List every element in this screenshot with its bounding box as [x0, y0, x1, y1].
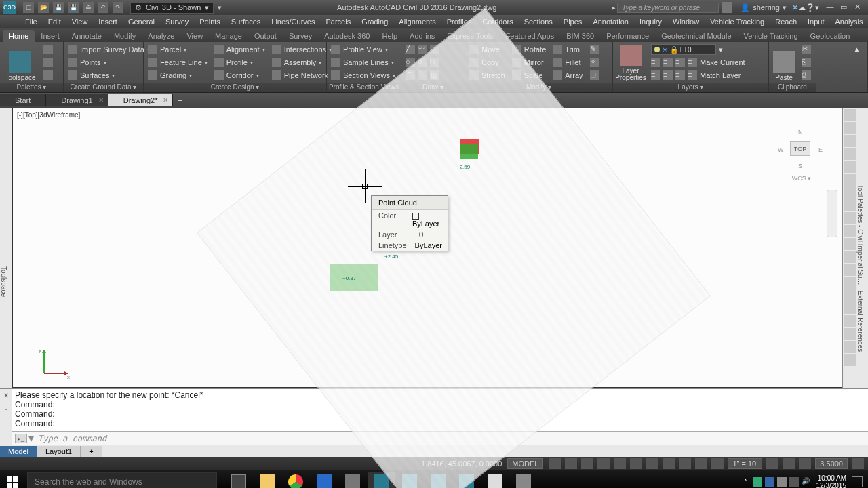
app-logo[interactable]: C3D [3, 1, 16, 14]
surfaces-button[interactable]: Surfaces [65, 69, 153, 81]
ribbon-tab-autodesk360[interactable]: Autodesk 360 [318, 30, 376, 42]
layer-properties-button[interactable]: Layer Properties [614, 43, 647, 83]
palette-tool[interactable] [844, 212, 856, 224]
parcel-button[interactable]: Parcel [145, 43, 210, 56]
open-icon[interactable]: 📂 [38, 2, 49, 13]
explode-tool[interactable]: ✧ [587, 56, 602, 68]
file-explorer-app[interactable] [254, 472, 281, 488]
notepad-app[interactable] [481, 472, 509, 488]
tool-palettes-collapsed[interactable]: Tool Palettes - Civil Imperial Su… Exter… [856, 108, 868, 388]
start-button[interactable] [0, 472, 24, 488]
tray-icon[interactable] [789, 477, 799, 487]
menu-window[interactable]: Window [668, 16, 704, 27]
cortana-search[interactable]: Search the web and Windows [27, 472, 217, 488]
maximize-button[interactable]: ▭ [838, 3, 849, 12]
new-icon[interactable]: ▢ [23, 2, 34, 13]
menu-insert[interactable]: Insert [94, 16, 122, 27]
annotation-toggle[interactable] [711, 458, 724, 469]
menu-sections[interactable]: Sections [519, 16, 557, 27]
palette-tool[interactable] [844, 199, 856, 211]
palette-tool[interactable] [844, 302, 856, 314]
workspace-switcher[interactable]: ⚙ Civil 3D - Shawn ▾ [130, 2, 214, 14]
menu-view[interactable]: View [67, 16, 93, 27]
palette-tool[interactable] [844, 289, 856, 302]
palette-tool[interactable] [844, 161, 856, 173]
task-view-button[interactable] [225, 472, 252, 488]
cmd-close-icon[interactable]: ✕ [3, 392, 9, 399]
tray-expand-icon[interactable]: ˄ [744, 479, 747, 486]
featureline-button[interactable]: Feature Line [145, 56, 210, 68]
ribbon-tab-home[interactable]: Home [3, 30, 35, 42]
menu-general[interactable]: General [123, 16, 159, 27]
units-toggle[interactable] [799, 458, 811, 469]
signed-in-user[interactable]: 👤 sherring ▾ [735, 3, 792, 12]
menu-annotation[interactable]: Annotation [588, 16, 633, 27]
annotation-scale[interactable]: 1" = 10' [728, 458, 762, 469]
viewcube-west[interactable]: W [778, 146, 784, 153]
menu-linescurves[interactable]: Lines/Curves [267, 16, 319, 27]
zoom-level[interactable]: 3.5000 [815, 458, 848, 469]
navigation-bar[interactable] [827, 190, 837, 237]
osnap-toggle[interactable] [614, 458, 626, 469]
offset-tool[interactable]: ⊡ [587, 69, 602, 81]
ribbon-tab-survey[interactable]: Survey [283, 30, 318, 42]
new-layout-icon[interactable]: + [81, 446, 102, 457]
ribbon-tab-annotate[interactable]: Annotate [66, 30, 108, 42]
toolspace-button[interactable]: Toolspace [1, 43, 39, 83]
close-tab-icon[interactable]: ✕ [98, 96, 104, 104]
ribbon-tab-vehicletracking[interactable]: Vehicle Tracking [738, 30, 804, 42]
plot-icon[interactable]: 🖶 [83, 2, 94, 13]
menu-analysis[interactable]: Analysis [831, 16, 868, 27]
ribbon-tab-help[interactable]: Help [376, 30, 403, 42]
layer-states[interactable]: ≡≡≡≡ Make Current [648, 56, 748, 68]
palette-tool[interactable] [844, 354, 856, 366]
ribbon-tab-view[interactable]: View [180, 30, 209, 42]
palette-tool[interactable] [844, 264, 856, 276]
menu-edit[interactable]: Edit [43, 16, 66, 27]
menu-vehicletracking[interactable]: Vehicle Tracking [705, 16, 769, 27]
customize-status[interactable] [852, 458, 864, 469]
palette-tool[interactable] [844, 238, 856, 250]
ribbon-tab-insert[interactable]: Insert [35, 30, 66, 42]
ribbon-tab-analyze[interactable]: Analyze [142, 30, 180, 42]
palette-tool[interactable] [844, 277, 856, 289]
ribbon-tab-geolocation[interactable]: Geolocation [804, 30, 856, 42]
layer-dropdown[interactable]: ☀🔓0 ▾ [648, 43, 748, 56]
layout-tab-model[interactable]: Model [0, 446, 37, 457]
search-go-icon[interactable] [722, 2, 732, 13]
save-icon[interactable]: 💾 [53, 2, 64, 13]
menu-grading[interactable]: Grading [357, 16, 393, 27]
close-button[interactable]: ✕ [852, 3, 863, 12]
palette-tool[interactable] [844, 109, 856, 121]
search-caret-icon[interactable]: ▸ [612, 3, 616, 12]
otrack-toggle[interactable] [630, 458, 642, 469]
ribbon-tab-output[interactable]: Output [248, 30, 283, 42]
space-toggle[interactable]: MODEL [507, 458, 543, 469]
viewcube-wcs[interactable]: WCS ▾ [790, 175, 813, 182]
undo-icon[interactable]: ↶ [98, 2, 108, 13]
tray-icon[interactable] [753, 477, 762, 487]
copy-clip-button[interactable]: ⎘ [799, 56, 814, 68]
action-center-icon[interactable] [852, 476, 863, 487]
menu-parcels[interactable]: Parcels [321, 16, 355, 27]
infocenter-search[interactable]: Type a keyword or phrase [617, 3, 719, 13]
viewcube-north[interactable]: N [798, 129, 803, 136]
doc-tab[interactable]: Drawing1✕ [46, 94, 108, 106]
workspace-switch[interactable] [766, 458, 778, 469]
palette-tool[interactable] [844, 122, 856, 134]
tray-icon[interactable] [765, 477, 774, 487]
palette-shortcut[interactable] [41, 43, 56, 56]
profile-button[interactable]: Profile [212, 56, 268, 68]
palette-tool[interactable] [844, 186, 856, 199]
sectionviews-button[interactable]: Section Views [328, 69, 398, 81]
ribbon-tab-addins[interactable]: Add-ins [403, 30, 441, 42]
viewcube-south[interactable]: S [798, 163, 802, 169]
importsurveydata-button[interactable]: Import Survey Data [65, 43, 153, 56]
palette-tool[interactable] [844, 135, 856, 147]
tray-icon[interactable] [777, 477, 787, 487]
dyn-input-toggle[interactable] [646, 458, 658, 469]
system-clock[interactable]: 10:00 AM 12/3/2015 [816, 474, 847, 488]
grid-toggle[interactable] [549, 458, 561, 469]
doc-tab[interactable]: Drawing2*✕ [108, 94, 174, 106]
menu-reach[interactable]: Reach [770, 16, 802, 27]
